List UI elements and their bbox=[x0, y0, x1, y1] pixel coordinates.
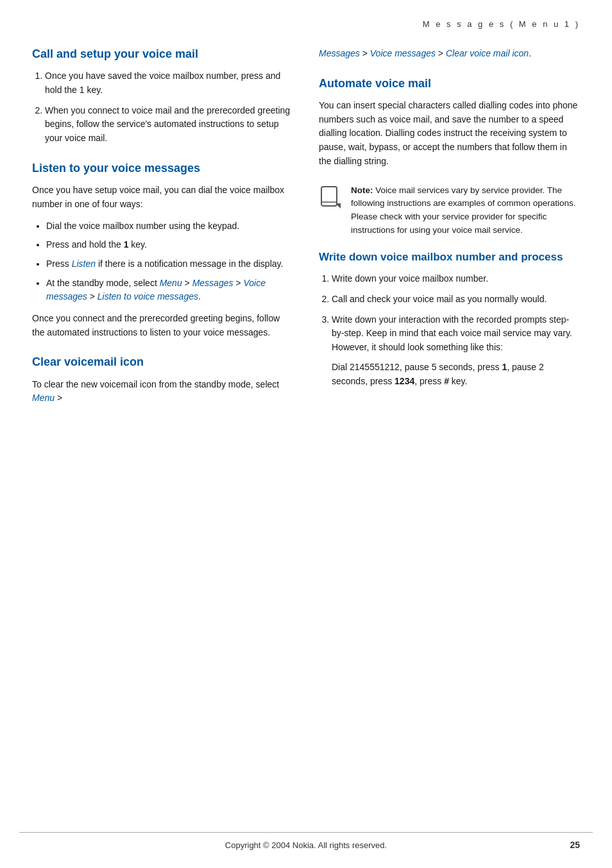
right-column: Messages > Voice messages > Clear voice … bbox=[319, 47, 580, 421]
section-write-down: Write down voice mailbox number and proc… bbox=[319, 250, 580, 388]
bullet-press-hold: Press and hold the 1 key. bbox=[46, 238, 293, 252]
note-svg-icon bbox=[319, 185, 343, 210]
breadcrumb-text: Messages > Voice messages > Clear voice … bbox=[319, 47, 580, 61]
call-setup-list: Once you have saved the voice mailbox nu… bbox=[32, 69, 293, 145]
bullet-dial: Dial the voice mailbox number using the … bbox=[46, 219, 293, 234]
section-call-setup-heading: Call and setup your voice mail bbox=[32, 47, 293, 62]
listen-intro: Once you have setup voice mail, you can … bbox=[32, 183, 293, 211]
note-icon bbox=[319, 185, 343, 210]
messages-link-listen: Messages bbox=[192, 278, 234, 288]
menu-link-listen: Menu bbox=[160, 278, 182, 288]
clear-voicemail-text: To clear the new voicemail icon from the… bbox=[32, 378, 293, 405]
copyright-text: Copyright © 2004 Nokia. All rights reser… bbox=[225, 840, 387, 850]
menu-link-clear: Menu bbox=[32, 393, 55, 403]
section-call-setup: Call and setup your voice mail Once you … bbox=[32, 47, 293, 146]
breadcrumb-voice-messages: Voice messages bbox=[370, 48, 436, 58]
content-columns: Call and setup your voice mail Once you … bbox=[32, 47, 580, 421]
note-content: Note: Voice mail services vary by servic… bbox=[351, 184, 580, 238]
call-setup-step-1: Once you have saved the voice mailbox nu… bbox=[45, 69, 293, 97]
page-header: M e s s a g e s ( M e n u 1 ) bbox=[32, 19, 580, 29]
note-box: Note: Voice mail services vary by servic… bbox=[319, 184, 580, 238]
automate-text: You can insert special characters called… bbox=[319, 99, 580, 168]
note-text: Voice mail services vary by service prov… bbox=[351, 185, 575, 235]
listen-to-voice-link: Listen to voice messages bbox=[98, 291, 198, 302]
call-setup-step-2: When you connect to voice mail and the p… bbox=[45, 104, 293, 146]
write-down-list: Write down your voice mailbox number. Ca… bbox=[319, 272, 580, 388]
listen-link: Listen bbox=[72, 259, 96, 269]
section-automate: Automate voice mail You can insert speci… bbox=[319, 76, 580, 169]
note-label: Note: bbox=[351, 185, 373, 195]
bullet-press-listen: Press Listen if there is a notification … bbox=[46, 257, 293, 271]
write-step-3: Write down your interaction with the rec… bbox=[332, 313, 580, 389]
breadcrumb-clear: Clear voice mail icon bbox=[446, 48, 529, 58]
automate-heading: Automate voice mail bbox=[319, 76, 580, 91]
dial-example: Dial 2145551212, pause 5 seconds, press … bbox=[332, 360, 580, 389]
key-1-bold: 1 bbox=[124, 239, 129, 250]
page-container: M e s s a g e s ( M e n u 1 ) Call and s… bbox=[0, 0, 612, 868]
dial-bold-3: # bbox=[444, 376, 449, 386]
section-listen-heading: Listen to your voice messages bbox=[32, 161, 293, 176]
section-clear-voicemail: Clear voicemail icon To clear the new vo… bbox=[32, 355, 293, 405]
write-down-heading: Write down voice mailbox number and proc… bbox=[319, 250, 580, 264]
listen-bullets: Dial the voice mailbox number using the … bbox=[32, 219, 293, 304]
breadcrumb-messages: Messages bbox=[319, 48, 360, 58]
section-clear-heading: Clear voicemail icon bbox=[32, 355, 293, 370]
write-step-1: Write down your voice mailbox number. bbox=[332, 272, 580, 286]
listen-followup: Once you connect and the prerecorded gre… bbox=[32, 312, 293, 339]
header-title: M e s s a g e s ( M e n u 1 ) bbox=[423, 19, 580, 29]
bullet-standby: At the standby mode, select Menu > Messa… bbox=[46, 277, 293, 304]
left-column: Call and setup your voice mail Once you … bbox=[32, 47, 293, 421]
svg-rect-0 bbox=[321, 187, 337, 206]
page-footer: Copyright © 2004 Nokia. All rights reser… bbox=[0, 840, 612, 850]
section-listen: Listen to your voice messages Once you h… bbox=[32, 161, 293, 340]
footer-divider bbox=[19, 832, 593, 833]
dial-bold-2: 1234 bbox=[395, 376, 414, 386]
write-step-2: Call and check your voice mail as you no… bbox=[332, 293, 580, 307]
dial-bold-1: 1 bbox=[502, 362, 507, 372]
page-number: 25 bbox=[570, 840, 580, 850]
